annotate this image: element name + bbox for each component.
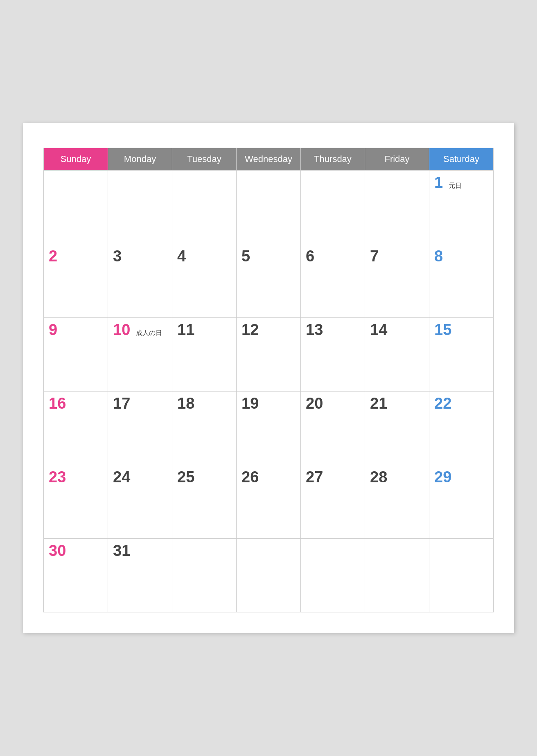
calendar-cell: [237, 171, 301, 244]
day-number: 3: [113, 248, 122, 264]
calendar-cell: [237, 539, 301, 612]
day-number: 10: [113, 322, 130, 338]
calendar-cell: 3: [108, 244, 172, 318]
week-row-6: 3031: [44, 539, 494, 612]
calendar-cell: 21: [365, 392, 429, 465]
calendar-cell: [44, 171, 108, 244]
calendar-cell: 25: [172, 465, 237, 539]
day-number: 5: [241, 248, 250, 264]
week-row-2: 2345678: [44, 244, 494, 318]
calendar-cell: 12: [237, 318, 301, 392]
calendar-cell: [301, 539, 365, 612]
day-number: 1: [434, 175, 443, 190]
day-number: 21: [370, 396, 387, 411]
day-number: 2: [49, 248, 57, 264]
day-number: 26: [241, 469, 259, 485]
week-row-4: 16171819202122: [44, 392, 494, 465]
weekday-header-row: SundayMondayTuesdayWednesdayThursdayFrid…: [44, 148, 494, 171]
calendar-cell: [172, 171, 237, 244]
week-row-5: 23242526272829: [44, 465, 494, 539]
calendar-cell: 13: [301, 318, 365, 392]
weekday-header-wednesday: Wednesday: [237, 148, 301, 171]
day-number: 23: [49, 469, 66, 485]
calendar-cell: 14: [365, 318, 429, 392]
calendar-cell: [172, 539, 237, 612]
day-number: 31: [113, 543, 130, 558]
day-number: 17: [113, 396, 130, 411]
calendar-cell: 20: [301, 392, 365, 465]
day-number: 15: [434, 322, 451, 338]
calendar-cell: 4: [172, 244, 237, 318]
calendar-cell: 27: [301, 465, 365, 539]
calendar-cell: 10成人の日: [108, 318, 172, 392]
calendar-cell: 8: [429, 244, 494, 318]
calendar-cell: 26: [237, 465, 301, 539]
calendar-cell: 28: [365, 465, 429, 539]
holiday-name: 成人の日: [136, 330, 162, 336]
calendar-cell: 1元日: [429, 171, 494, 244]
calendar-cell: 6: [301, 244, 365, 318]
calendar-table: SundayMondayTuesdayWednesdayThursdayFrid…: [43, 148, 494, 612]
calendar-cell: 30: [44, 539, 108, 612]
day-number: 19: [241, 396, 259, 411]
calendar-container: SundayMondayTuesdayWednesdayThursdayFrid…: [23, 123, 514, 633]
day-number: 4: [177, 248, 186, 264]
day-number: 30: [49, 543, 66, 558]
weekday-header-tuesday: Tuesday: [172, 148, 237, 171]
calendar-cell: 16: [44, 392, 108, 465]
calendar-cell: [108, 171, 172, 244]
week-row-1: 1元日: [44, 171, 494, 244]
day-number: 9: [49, 322, 57, 338]
day-number: 27: [306, 469, 323, 485]
calendar-cell: 24: [108, 465, 172, 539]
calendar-cell: 2: [44, 244, 108, 318]
calendar-cell: 31: [108, 539, 172, 612]
day-number: 12: [241, 322, 259, 338]
calendar-cell: 11: [172, 318, 237, 392]
day-number: 20: [306, 396, 323, 411]
calendar-cell: 19: [237, 392, 301, 465]
weekday-header-friday: Friday: [365, 148, 429, 171]
day-number: 24: [113, 469, 130, 485]
calendar-cell: [365, 171, 429, 244]
day-number: 22: [434, 396, 451, 411]
weekday-header-monday: Monday: [108, 148, 172, 171]
day-number: 6: [306, 248, 314, 264]
day-number: 11: [177, 322, 194, 338]
holiday-name: 元日: [449, 182, 462, 189]
day-number: 14: [370, 322, 387, 338]
calendar-cell: [429, 539, 494, 612]
day-number: 18: [177, 396, 194, 411]
calendar-cell: 22: [429, 392, 494, 465]
calendar-cell: 18: [172, 392, 237, 465]
day-number: 16: [49, 396, 66, 411]
week-row-3: 910成人の日1112131415: [44, 318, 494, 392]
calendar-cell: 7: [365, 244, 429, 318]
weekday-header-thursday: Thursday: [301, 148, 365, 171]
day-number: 28: [370, 469, 387, 485]
day-number: 25: [177, 469, 194, 485]
weekday-header-sunday: Sunday: [44, 148, 108, 171]
day-number: 8: [434, 248, 443, 264]
calendar-cell: 29: [429, 465, 494, 539]
day-number: 7: [370, 248, 379, 264]
day-number: 13: [306, 322, 323, 338]
calendar-cell: 23: [44, 465, 108, 539]
calendar-cell: 5: [237, 244, 301, 318]
calendar-cell: [365, 539, 429, 612]
weekday-header-saturday: Saturday: [429, 148, 494, 171]
calendar-cell: 9: [44, 318, 108, 392]
day-number: 29: [434, 469, 451, 485]
calendar-cell: 15: [429, 318, 494, 392]
calendar-cell: [301, 171, 365, 244]
calendar-cell: 17: [108, 392, 172, 465]
calendar-body: 1元日2345678910成人の日11121314151617181920212…: [44, 171, 494, 612]
